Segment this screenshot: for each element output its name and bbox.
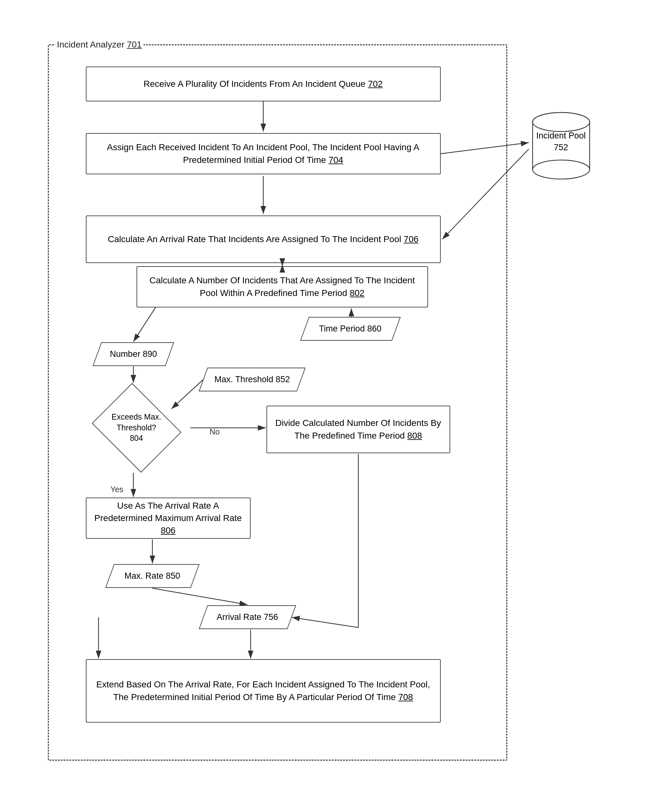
box-702-text: Receive A Plurality Of Incidents From An… — [144, 78, 383, 90]
box-702: Receive A Plurality Of Incidents From An… — [86, 66, 441, 102]
box-708-text: Extend Based On The Arrival Rate, For Ea… — [93, 678, 434, 703]
cylinder-text: Incident Pool — [536, 131, 586, 141]
svg-point-2 — [533, 160, 590, 179]
diamond-label: Exceeds Max. Threshold? 804 — [108, 412, 165, 444]
diagram-container: Incident Analyzer 701 Incident Pool 752 … — [35, 25, 637, 786]
incident-pool-cylinder: Incident Pool 752 — [530, 108, 593, 181]
box-802-text: Calculate A Number Of Incidents That Are… — [144, 274, 421, 299]
box-806-text: Use As The Arrival Rate A Predetermined … — [93, 499, 244, 537]
para-860: Time Period 860 — [300, 317, 401, 341]
box-704-text: Assign Each Received Incident To An Inci… — [93, 141, 434, 166]
box-704: Assign Each Received Incident To An Inci… — [86, 133, 441, 174]
diamond-804: Exceeds Max. Threshold? 804 — [83, 383, 190, 472]
box-706: Calculate An Arrival Rate That Incidents… — [86, 215, 441, 263]
no-label: No — [209, 427, 221, 436]
analyzer-label-text: Incident Analyzer — [57, 40, 125, 49]
svg-point-3 — [533, 112, 590, 132]
para-852: Max. Threshold 852 — [199, 368, 305, 391]
cylinder-label: Incident Pool 752 — [536, 130, 586, 154]
box-708: Extend Based On The Arrival Rate, For Ea… — [86, 659, 441, 723]
box-802: Calculate A Number Of Incidents That Are… — [137, 266, 428, 307]
analyzer-label: Incident Analyzer 701 — [55, 40, 144, 50]
box-806: Use As The Arrival Rate A Predetermined … — [86, 497, 251, 539]
cylinder-num: 752 — [554, 143, 568, 152]
page: Incident Analyzer 701 Incident Pool 752 … — [0, 0, 672, 811]
para-756: Arrival Rate 756 — [199, 605, 296, 629]
para-850: Max. Rate 850 — [105, 564, 199, 588]
box-808-text: Divide Calculated Number Of Incidents By… — [273, 417, 443, 441]
analyzer-id: 701 — [127, 40, 142, 49]
box-706-text: Calculate An Arrival Rate That Incidents… — [108, 233, 418, 245]
yes-label: Yes — [110, 485, 125, 494]
para-890: Number 890 — [93, 342, 174, 366]
box-808: Divide Calculated Number Of Incidents By… — [266, 406, 450, 453]
